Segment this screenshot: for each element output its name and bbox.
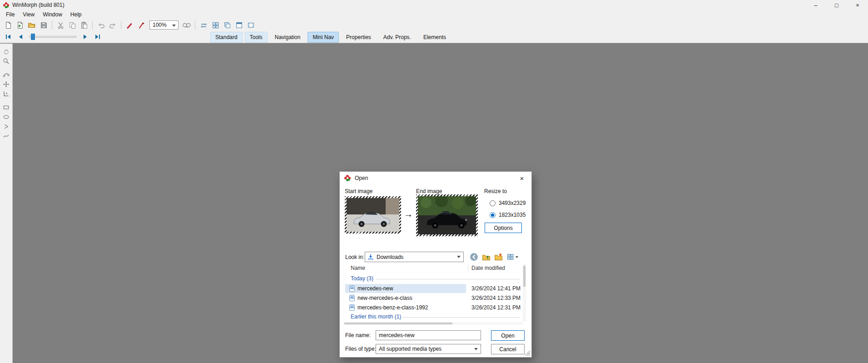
rectangle-tool-button[interactable] xyxy=(1,103,11,112)
file-row-mercedes-new[interactable]: mercedes-new 3/26/2024 12:41 PM xyxy=(345,284,522,293)
paste-button[interactable] xyxy=(78,20,90,30)
frame-slider[interactable] xyxy=(29,32,76,42)
ellipse-tool-button[interactable] xyxy=(1,112,11,122)
last-frame-button[interactable] xyxy=(91,32,104,42)
tab-tools[interactable]: Tools xyxy=(245,32,268,43)
overlay-view-button[interactable] xyxy=(221,20,233,30)
options-button[interactable]: Options xyxy=(485,223,522,233)
cut-button[interactable] xyxy=(55,20,66,30)
column-header-name[interactable]: Name xyxy=(351,265,365,271)
coordinates-tool-button[interactable] xyxy=(1,89,11,99)
up-one-level-button[interactable] xyxy=(481,252,491,262)
tab-elements[interactable]: Elements xyxy=(418,32,451,43)
next-frame-button[interactable] xyxy=(79,32,91,42)
zoom-tool-button[interactable] xyxy=(1,56,11,66)
menu-window[interactable]: Window xyxy=(39,10,66,19)
file-name-input[interactable] xyxy=(376,330,481,340)
render-button[interactable] xyxy=(124,20,135,30)
file-list-horizontal-scrollbar[interactable] xyxy=(344,322,523,325)
file-list[interactable]: Name Date modified Today (3) mercedes-ne… xyxy=(344,264,523,322)
redo-button[interactable] xyxy=(107,20,119,30)
node-edit-tool-button[interactable] xyxy=(1,70,11,80)
file-list-vertical-scrollbar[interactable] xyxy=(523,264,526,322)
new-folder-button[interactable] xyxy=(493,252,504,262)
main-toolbar: 100% xyxy=(0,19,868,31)
menu-help[interactable]: Help xyxy=(66,10,86,19)
menu-file[interactable]: File xyxy=(2,10,19,19)
radio-selected-icon[interactable] xyxy=(490,212,496,218)
minimize-button[interactable]: – xyxy=(805,0,826,10)
file-row-new-mercedes-e-class[interactable]: new-mercedes-e-class 3/26/2024 12:33 PM xyxy=(345,293,522,303)
hand-tool-button[interactable] xyxy=(1,47,11,56)
copy-button[interactable] xyxy=(66,20,78,30)
previous-frame-button[interactable] xyxy=(14,32,26,42)
magnifier-icon xyxy=(3,58,10,65)
tab-mini-nav[interactable]: Mini Nav xyxy=(308,32,339,43)
first-frame-button[interactable] xyxy=(2,32,14,42)
file-row-mercedes-benz-e-class-1992[interactable]: mercedes-benz-e-class-1992 3/26/2024 12:… xyxy=(345,303,522,312)
horizontal-scrollbar-thumb[interactable] xyxy=(344,323,452,324)
polyline-tool-button[interactable] xyxy=(1,122,11,131)
end-image-preview xyxy=(418,196,476,234)
resize-option-1823x1035[interactable]: 1823x1035 xyxy=(490,211,526,219)
view-menu-button[interactable] xyxy=(506,252,519,262)
end-image-thumbnail[interactable] xyxy=(416,194,478,236)
tab-navigation[interactable]: Navigation xyxy=(270,32,306,43)
grid-icon xyxy=(212,21,219,29)
preview-button[interactable] xyxy=(135,20,147,30)
files-of-type-label: Files of type: xyxy=(345,346,376,352)
files-of-type-select[interactable]: All supported media types xyxy=(376,344,481,354)
open-button[interactable]: Open xyxy=(491,330,525,341)
tab-properties[interactable]: Properties xyxy=(341,32,376,43)
new-project-icon xyxy=(16,21,24,29)
start-image-label: Start image xyxy=(345,188,372,194)
look-in-combo[interactable]: Downloads xyxy=(365,252,464,262)
close-button[interactable]: × xyxy=(847,0,868,10)
open-button-toolbar[interactable] xyxy=(26,20,38,30)
menu-view[interactable]: View xyxy=(19,10,39,19)
coordinates-icon xyxy=(3,90,10,97)
frame-slider-thumb[interactable] xyxy=(31,34,35,40)
dialog-close-button[interactable]: × xyxy=(512,172,531,184)
group-header-earlier[interactable]: Earlier this month (1) xyxy=(351,313,401,320)
column-separator[interactable] xyxy=(468,264,468,272)
column-header-date[interactable]: Date modified xyxy=(471,265,505,271)
tab-adv-props[interactable]: Adv. Props. xyxy=(378,32,416,43)
file-name: mercedes-benz-e-class-1992 xyxy=(357,304,428,311)
movie-button[interactable] xyxy=(181,20,193,30)
film-frame-button[interactable] xyxy=(245,20,257,30)
resize-option-3493x2329[interactable]: 3493x2329 xyxy=(490,199,526,207)
rectangle-icon xyxy=(3,104,10,111)
file-date: 3/26/2024 12:31 PM xyxy=(471,304,521,311)
vertical-scrollbar-thumb[interactable] xyxy=(523,266,526,287)
new-file-icon xyxy=(5,21,12,29)
curve-tool-button[interactable] xyxy=(1,131,11,141)
tile-window-button[interactable] xyxy=(233,20,245,30)
group-header-today[interactable]: Today (3) xyxy=(351,275,373,282)
cut-scissors-icon xyxy=(57,21,64,29)
start-image-preview xyxy=(347,198,399,232)
winmorph-logo-icon xyxy=(344,174,351,182)
grid-view-button[interactable] xyxy=(209,20,221,30)
toolbar-separator xyxy=(195,21,195,29)
move-tool-button[interactable] xyxy=(1,80,11,89)
film-frame-icon xyxy=(247,21,255,29)
next-frame-icon xyxy=(82,33,89,40)
toolbar-separator xyxy=(121,21,121,29)
new-file-button[interactable] xyxy=(2,20,14,30)
back-button[interactable] xyxy=(469,252,479,262)
start-image-thumbnail[interactable] xyxy=(345,196,401,234)
zoom-level-combo[interactable]: 100% xyxy=(149,20,179,30)
tab-standard[interactable]: Standard xyxy=(210,32,243,43)
cancel-button[interactable]: Cancel xyxy=(491,344,525,354)
new-project-button[interactable] xyxy=(14,20,26,30)
swap-images-button[interactable] xyxy=(198,20,209,30)
zoom-level-value: 100% xyxy=(153,22,167,28)
save-button[interactable] xyxy=(38,20,50,30)
resize-grip-icon[interactable] xyxy=(525,350,531,356)
undo-button[interactable] xyxy=(95,20,107,30)
maximize-button[interactable]: □ xyxy=(826,0,847,10)
title-bar: WinMorph (build 801) – □ × xyxy=(0,0,868,10)
radio-unselected-icon[interactable] xyxy=(490,200,496,206)
tool-palette xyxy=(0,44,13,363)
